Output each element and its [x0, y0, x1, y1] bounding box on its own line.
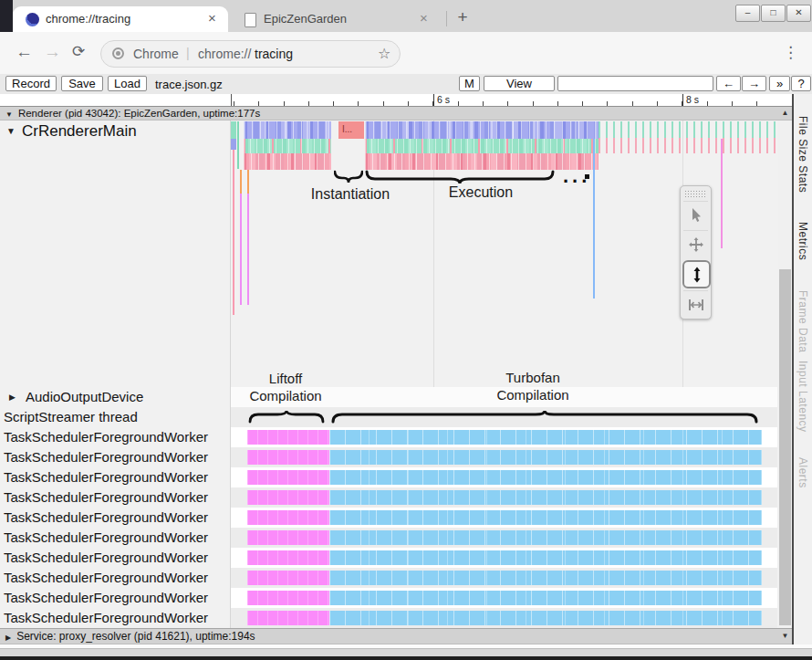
- timing-tool-icon[interactable]: [683, 290, 708, 318]
- liftoff-compile-bar[interactable]: [247, 490, 329, 505]
- liftoff-compile-bar[interactable]: [247, 450, 329, 465]
- window-frame-corner: [0, 0, 13, 32]
- worker-row[interactable]: TaskSchedulerForegroundWorker: [0, 508, 792, 528]
- find-next-button[interactable]: →: [742, 76, 766, 91]
- reload-icon[interactable]: ⟳: [72, 42, 85, 61]
- trace-filename: trace.json.gz: [155, 78, 223, 91]
- turbofan-compile-bar[interactable]: [329, 530, 762, 545]
- ruler-major-tick: [682, 94, 683, 106]
- help-button[interactable]: ?: [791, 76, 811, 91]
- page-icon: [245, 13, 256, 27]
- more-button[interactable]: »: [769, 76, 790, 91]
- ruler-label-8s: 8 s: [686, 94, 699, 105]
- turbofan-compile-bar[interactable]: [329, 490, 762, 505]
- worker-row[interactable]: TaskSchedulerForegroundWorker: [0, 447, 792, 467]
- turbofan-compile-bar[interactable]: [329, 591, 762, 605]
- instantiation-label: Instantiation: [311, 186, 390, 203]
- trace-slice: [237, 121, 239, 169]
- expand-triangle-icon[interactable]: ▶: [9, 393, 16, 402]
- back-icon[interactable]: ←: [16, 42, 33, 62]
- liftoff-compile-bar[interactable]: [247, 550, 329, 565]
- menu-icon[interactable]: ⋮: [783, 43, 798, 62]
- execution-brace: [365, 170, 555, 185]
- omnibox[interactable]: Chrome | chrome:// tracing ☆: [100, 40, 401, 68]
- turbofan-label-line1: Turbofan: [505, 370, 559, 385]
- bookmark-star-icon[interactable]: ☆: [378, 45, 390, 62]
- ruler-divider: [231, 94, 232, 106]
- turbofan-compile-bar[interactable]: [329, 611, 762, 625]
- forward-icon[interactable]: →: [44, 42, 61, 62]
- liftoff-compile-bar[interactable]: [247, 571, 329, 585]
- expand-triangle-icon: ▶: [5, 634, 11, 642]
- worker-row[interactable]: TaskSchedulerForegroundWorker: [0, 427, 792, 447]
- maximize-button[interactable]: □: [761, 5, 786, 22]
- tab-epiczengarden[interactable]: EpicZenGarden ×: [230, 6, 445, 32]
- record-button[interactable]: Record: [5, 76, 57, 91]
- trace-dropline: [247, 170, 249, 194]
- thread-label: ScriptStreamer thread: [4, 409, 138, 424]
- thread-label: TaskSchedulerForegroundWorker: [4, 590, 208, 605]
- select-tool-icon[interactable]: [683, 201, 708, 228]
- worker-row[interactable]: TaskSchedulerForegroundWorker: [0, 528, 792, 548]
- wasm-instantiate-block[interactable]: I...: [338, 121, 364, 139]
- renderer-process-header[interactable]: ▼Renderer (pid 43042): EpicZenGarden, up…: [0, 107, 792, 120]
- scroll-down-arrow-icon[interactable]: ▼: [778, 630, 792, 643]
- new-tab-button[interactable]: +: [453, 7, 473, 27]
- tab-title: EpicZenGarden: [264, 12, 347, 26]
- scroll-up-arrow-icon[interactable]: ▲: [778, 107, 792, 120]
- view-options-button[interactable]: View Options: [484, 76, 555, 91]
- navigation-bar: ← → ⟳ Chrome | chrome:// tracing ☆ ✓ V ✓…: [0, 32, 812, 75]
- timeline-canvas[interactable]: ▼ CrRendererMain I... I: [0, 120, 792, 628]
- thread-row-audiooutputdevice[interactable]: ▶ AudioOutputDevice: [0, 387, 231, 407]
- worker-row[interactable]: TaskSchedulerForegroundWorker: [0, 467, 792, 487]
- liftoff-brace: [248, 410, 325, 424]
- turbofan-compile-bar[interactable]: [329, 571, 762, 585]
- liftoff-compile-bar[interactable]: [247, 430, 329, 445]
- service-process-header[interactable]: ▶Service: proxy_resolver (pid 41621), up…: [0, 628, 792, 644]
- worker-row[interactable]: TaskSchedulerForegroundWorker: [0, 548, 792, 568]
- thread-label: AudioOutputDevice: [26, 389, 143, 404]
- turbofan-compile-bar[interactable]: [329, 470, 762, 485]
- turbofan-compile-bar[interactable]: [329, 450, 762, 465]
- thread-row-scriptstreamer[interactable]: ScriptStreamer thread: [0, 407, 231, 427]
- liftoff-compile-bar[interactable]: [247, 510, 329, 525]
- sidebar-tab-file-size-stats[interactable]: File Size Stats: [796, 116, 809, 193]
- liftoff-compile-bar[interactable]: [247, 530, 329, 545]
- tab-strip: chrome://tracing × EpicZenGarden × + – □…: [0, 0, 812, 32]
- worker-row[interactable]: TaskSchedulerForegroundWorker: [0, 588, 792, 608]
- service-header-text: Service: proxy_resolver (pid 41621), upt…: [16, 630, 255, 643]
- thread-label-crrenderermain[interactable]: CrRendererMain: [22, 122, 137, 141]
- scrollbar-thumb[interactable]: [779, 269, 791, 625]
- worker-row[interactable]: TaskSchedulerForegroundWorker: [0, 608, 792, 628]
- sidebar-tab-metrics[interactable]: Metrics: [796, 222, 809, 260]
- close-button[interactable]: ✕: [786, 5, 811, 22]
- thread-collapse-icon[interactable]: ▼: [6, 126, 16, 136]
- turbofan-compile-bar[interactable]: [329, 550, 762, 565]
- turbofan-brace: [331, 410, 758, 424]
- load-button[interactable]: Load: [108, 76, 147, 91]
- horizontal-scrollbar[interactable]: [0, 648, 812, 656]
- tab-close-icon[interactable]: ×: [420, 12, 428, 25]
- search-input[interactable]: [557, 76, 713, 91]
- worker-row[interactable]: TaskSchedulerForegroundWorker: [0, 568, 792, 588]
- tab-title: chrome://tracing: [46, 12, 130, 26]
- turbofan-compile-bar[interactable]: [329, 430, 762, 445]
- tracing-toolbar: Record Save Load trace.json.gz M View Op…: [0, 74, 812, 95]
- liftoff-compile-bar[interactable]: [247, 591, 329, 605]
- palette-grip[interactable]: [684, 190, 707, 198]
- turbofan-compile-bar[interactable]: [329, 510, 762, 525]
- find-prev-button[interactable]: ←: [716, 76, 741, 91]
- right-sidebar: File Size Stats Metrics Frame Data Input…: [792, 94, 812, 656]
- instantiation-brace: [334, 170, 363, 184]
- minimize-button[interactable]: –: [735, 5, 760, 22]
- zoom-tool-icon[interactable]: [682, 260, 711, 288]
- tab-tracing[interactable]: chrome://tracing ×: [13, 6, 228, 32]
- metrics-button[interactable]: M: [459, 76, 480, 91]
- liftoff-compile-bar[interactable]: [247, 611, 329, 625]
- pan-tool-icon[interactable]: [683, 230, 708, 257]
- tab-close-icon[interactable]: ×: [208, 12, 216, 25]
- sidebar-tab-alerts: Alerts: [796, 457, 809, 488]
- save-button[interactable]: Save: [61, 76, 103, 91]
- worker-row[interactable]: TaskSchedulerForegroundWorker: [0, 487, 792, 508]
- liftoff-compile-bar[interactable]: [247, 470, 329, 485]
